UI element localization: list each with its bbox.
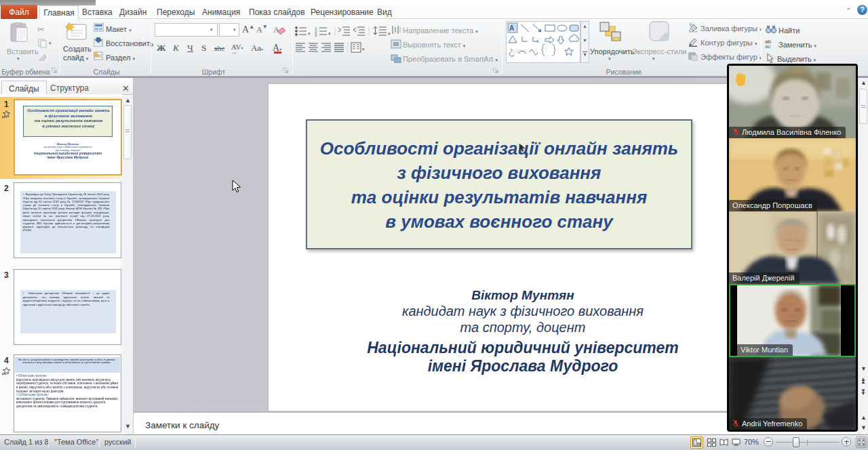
svg-text:A: A — [273, 25, 279, 35]
svg-text:3: 3 — [315, 33, 317, 37]
svg-text:A: A — [509, 24, 514, 32]
svg-text:▾: ▾ — [308, 31, 311, 36]
svg-text:▾: ▾ — [328, 31, 331, 36]
svg-text:▾: ▾ — [362, 47, 365, 52]
